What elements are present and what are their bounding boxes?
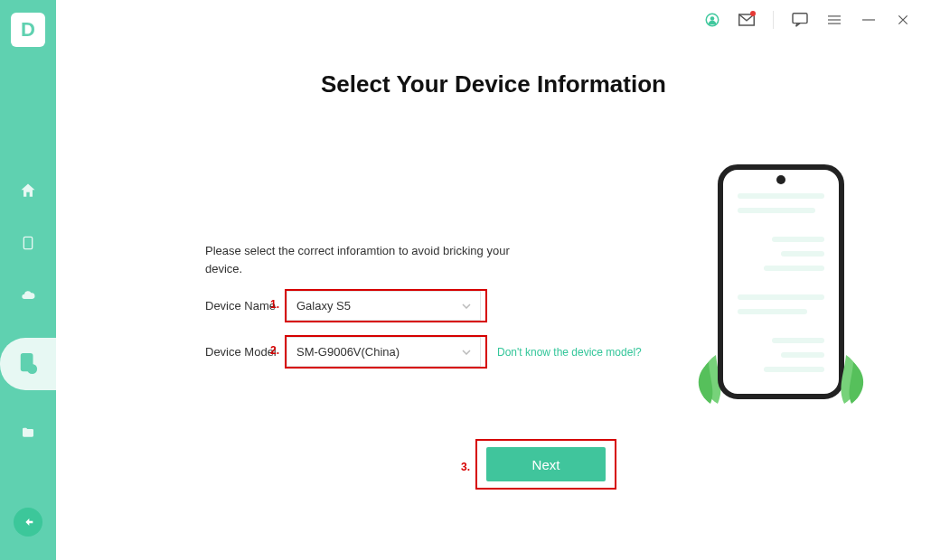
annotation-marker-2: 2. [270, 344, 279, 357]
sidebar: D [0, 0, 56, 560]
instruction-text: Please select the correct inforamtion to… [205, 242, 540, 278]
menu-icon[interactable] [826, 12, 842, 28]
phone-frame [718, 164, 844, 399]
svg-rect-9 [828, 15, 841, 16]
device-model-help-link[interactable]: Don't know the device model? [497, 346, 642, 359]
separator [773, 11, 774, 29]
phone-content-placeholder [723, 170, 839, 399]
sidebar-item-cloud[interactable] [18, 285, 38, 305]
mail-icon[interactable] [738, 12, 755, 28]
svg-rect-8 [793, 14, 807, 23]
chevron-down-icon [462, 302, 471, 311]
notification-dot-icon [750, 11, 756, 16]
close-button[interactable] [895, 12, 911, 28]
svg-rect-12 [862, 19, 875, 20]
app-logo: D [11, 13, 45, 47]
svg-rect-10 [828, 19, 841, 20]
svg-point-6 [710, 16, 715, 21]
device-name-value: Galaxy S5 [296, 299, 351, 313]
sidebar-item-home[interactable] [18, 181, 38, 201]
titlebar [684, 0, 931, 40]
leaf-icon [830, 351, 871, 406]
feedback-icon[interactable] [792, 12, 808, 28]
sidebar-item-repair[interactable] [0, 338, 56, 390]
account-icon[interactable] [704, 12, 720, 28]
phone-illustration [709, 164, 853, 413]
sidebar-item-folder[interactable] [18, 423, 38, 443]
device-form: Device Name Galaxy S5 Device Model SM-G9… [205, 291, 711, 383]
app-logo-letter: D [21, 18, 35, 42]
minimize-button[interactable] [860, 12, 877, 28]
phone-camera-icon [776, 175, 785, 184]
annotation-marker-3: 3. [461, 461, 470, 473]
svg-rect-3 [32, 366, 33, 370]
chevron-down-icon [462, 348, 471, 357]
main-pane: Select Your Device Information Please se… [56, 0, 931, 560]
sidebar-item-device[interactable] [18, 233, 38, 253]
svg-rect-4 [32, 370, 33, 372]
device-model-select[interactable]: SM-G9006V(China) [287, 337, 481, 367]
annotation-marker-1: 1. [270, 298, 279, 311]
svg-rect-0 [24, 237, 32, 248]
device-name-select[interactable]: Galaxy S5 [287, 291, 481, 321]
svg-rect-11 [828, 23, 841, 24]
back-button[interactable] [14, 508, 42, 537]
device-model-value: SM-G9006V(China) [296, 345, 400, 359]
arrow-left-icon [21, 515, 35, 529]
next-button[interactable]: Next [486, 447, 606, 481]
